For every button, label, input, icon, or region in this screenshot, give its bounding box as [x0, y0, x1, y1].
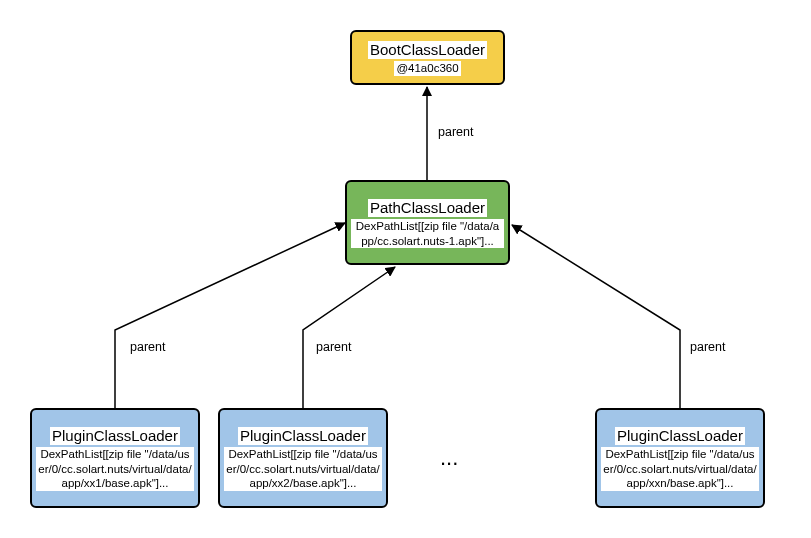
- node-boot-classloader: BootClassLoader @41a0c360: [350, 30, 505, 85]
- edge-label-parent: parent: [316, 340, 351, 354]
- edge-label-parent: parent: [690, 340, 725, 354]
- edge-label-parent: parent: [438, 125, 473, 139]
- node-title: PluginClassLoader: [615, 427, 745, 445]
- node-subtitle: DexPathList[[zip file "/data/user/0/cc.s…: [224, 447, 382, 490]
- node-subtitle: DexPathList[[zip file "/data/user/0/cc.s…: [36, 447, 194, 490]
- node-subtitle: @41a0c360: [394, 61, 460, 75]
- node-subtitle: DexPathList[[zip file "/data/app/cc.sola…: [351, 219, 504, 248]
- node-title: BootClassLoader: [368, 41, 487, 59]
- node-title: PathClassLoader: [368, 199, 487, 217]
- node-title: PluginClassLoader: [238, 427, 368, 445]
- node-path-classloader: PathClassLoader DexPathList[[zip file "/…: [345, 180, 510, 265]
- edge-label-parent: parent: [130, 340, 165, 354]
- node-plugin-classloader-1: PluginClassLoader DexPathList[[zip file …: [30, 408, 200, 508]
- node-title: PluginClassLoader: [50, 427, 180, 445]
- node-plugin-classloader-2: PluginClassLoader DexPathList[[zip file …: [218, 408, 388, 508]
- node-subtitle: DexPathList[[zip file "/data/user/0/cc.s…: [601, 447, 759, 490]
- node-plugin-classloader-n: PluginClassLoader DexPathList[[zip file …: [595, 408, 765, 508]
- ellipsis: ...: [440, 445, 458, 471]
